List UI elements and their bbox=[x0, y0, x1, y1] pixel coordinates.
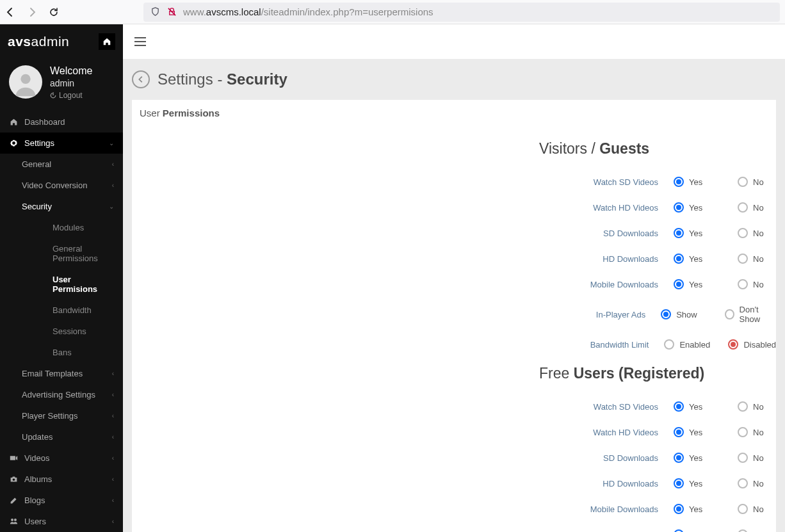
chevron-left-icon: ‹ bbox=[112, 455, 114, 462]
shield-icon bbox=[150, 7, 160, 17]
label-hd-dl: HD Downloads bbox=[132, 254, 674, 264]
sidebar-item-advertising-settings[interactable]: Advertising Settings‹ bbox=[22, 384, 123, 405]
browser-toolbar: www.avscms.local/siteadmin/index.php?m=u… bbox=[0, 0, 785, 24]
radio-guests-sd-dl-yes[interactable] bbox=[674, 228, 684, 238]
sidebar-item-sessions[interactable]: Sessions bbox=[22, 321, 123, 342]
home-button[interactable] bbox=[99, 33, 115, 50]
radio-free-sd-dl-yes[interactable] bbox=[674, 453, 684, 463]
gear-icon bbox=[9, 139, 18, 147]
chevron-left-icon: ‹ bbox=[112, 433, 114, 440]
radio-free-upload-no[interactable] bbox=[738, 529, 748, 532]
sidebar-item-video-conversion[interactable]: Video Conversion‹ bbox=[22, 175, 123, 196]
url-bar[interactable]: www.avscms.local/siteadmin/index.php?m=u… bbox=[143, 3, 780, 22]
sidebar-item-general[interactable]: General‹ bbox=[22, 154, 123, 175]
browser-reload-button[interactable] bbox=[49, 7, 59, 17]
sidebar-item-settings[interactable]: Settings ⌄ bbox=[0, 133, 123, 154]
radio-free-watch-sd-no[interactable] bbox=[738, 401, 748, 412]
browser-forward-button[interactable] bbox=[27, 7, 37, 17]
radio-guests-watch-sd-yes[interactable] bbox=[674, 177, 684, 187]
sidebar-item-users[interactable]: Users‹ bbox=[0, 511, 123, 532]
sidebar-item-dashboard[interactable]: Dashboard bbox=[0, 111, 123, 133]
radio-guests-watch-sd-no[interactable] bbox=[738, 177, 748, 187]
radio-guests-hd-dl-no[interactable] bbox=[738, 254, 748, 264]
label-watch-sd: Watch SD Videos bbox=[132, 177, 674, 187]
label-watch-sd: Watch SD Videos bbox=[132, 402, 674, 412]
radio-free-upload-yes[interactable] bbox=[674, 529, 684, 532]
home-icon bbox=[9, 118, 18, 126]
sidebar-item-updates[interactable]: Updates‹ bbox=[22, 426, 123, 447]
sidebar-item-player-settings[interactable]: Player Settings‹ bbox=[22, 405, 123, 426]
chevron-left-icon: ‹ bbox=[112, 497, 114, 504]
row-guests-ads: In-Player Ads Show Don't Show bbox=[132, 297, 776, 332]
sidebar: avsadmin Welcome admin Logout Dashboard bbox=[0, 24, 123, 532]
label-watch-hd: Watch HD Videos bbox=[132, 428, 674, 437]
radio-free-mobile-dl-yes[interactable] bbox=[674, 504, 684, 514]
sidebar-item-general-permissions[interactable]: General Permissions bbox=[22, 238, 123, 269]
row-guests-watch-hd: Watch HD Videos Yes No bbox=[132, 195, 776, 220]
sidebar-item-albums[interactable]: Albums‹ bbox=[0, 469, 123, 490]
radio-guests-ads-show[interactable] bbox=[661, 309, 671, 319]
main-area: Settings - Security User Permissions Vis… bbox=[123, 24, 785, 532]
video-icon bbox=[9, 454, 18, 462]
chevron-down-icon: ⌄ bbox=[109, 140, 114, 147]
row-free-upload: Upload Videos / Photos Yes No bbox=[132, 522, 776, 532]
sidebar-item-email-templates[interactable]: Email Templates‹ bbox=[22, 363, 123, 384]
label-mobile-dl: Mobile Downloads bbox=[132, 280, 674, 289]
label-hd-dl: HD Downloads bbox=[132, 479, 674, 488]
user-block: Welcome admin Logout bbox=[0, 59, 123, 111]
sidebar-item-modules[interactable]: Modules bbox=[22, 217, 123, 238]
sidebar-item-user-permisions[interactable]: User Permisions bbox=[22, 269, 123, 300]
label-sd-dl: SD Downloads bbox=[132, 453, 674, 463]
row-free-watch-hd: Watch HD Videos Yes No bbox=[132, 419, 776, 445]
chevron-left-icon: ‹ bbox=[112, 518, 114, 525]
chevron-left-icon: ‹ bbox=[112, 412, 114, 419]
radio-free-watch-sd-yes[interactable] bbox=[674, 401, 684, 412]
radio-guests-watch-hd-yes[interactable] bbox=[674, 202, 684, 213]
radio-free-sd-dl-no[interactable] bbox=[738, 453, 748, 463]
panel-heading: User Permissions bbox=[132, 100, 776, 126]
sidebar-item-videos[interactable]: Videos‹ bbox=[0, 447, 123, 469]
chevron-left-icon: ‹ bbox=[112, 370, 114, 377]
url-text: www.avscms.local/siteadmin/index.php?m=u… bbox=[183, 6, 433, 17]
row-free-mobile-dl: Mobile Downloads Yes No bbox=[132, 496, 776, 522]
browser-back-button[interactable] bbox=[5, 7, 15, 17]
welcome-text: Welcome bbox=[50, 65, 92, 77]
pencil-icon bbox=[9, 496, 18, 504]
radio-guests-ads-dont-show[interactable] bbox=[725, 309, 734, 319]
svg-point-1 bbox=[12, 479, 15, 481]
radio-free-watch-hd-yes[interactable] bbox=[674, 427, 684, 437]
back-button[interactable] bbox=[132, 70, 150, 88]
sidebar-item-bans[interactable]: Bans bbox=[22, 342, 123, 363]
svg-point-3 bbox=[13, 519, 16, 521]
label-sd-dl: SD Downloads bbox=[132, 229, 674, 238]
username: admin bbox=[50, 78, 92, 88]
radio-guests-bandwidth-enabled[interactable] bbox=[664, 339, 674, 350]
menu-toggle-button[interactable] bbox=[134, 37, 146, 46]
label-watch-hd: Watch HD Videos bbox=[132, 203, 674, 213]
row-guests-mobile-dl: Mobile Downloads Yes No bbox=[132, 271, 776, 297]
radio-guests-mobile-dl-yes[interactable] bbox=[674, 279, 684, 289]
content-panel: User Permissions Visitors / Guests Watch… bbox=[132, 100, 776, 532]
row-free-hd-dl: HD Downloads Yes No bbox=[132, 471, 776, 496]
radio-free-mobile-dl-no[interactable] bbox=[738, 504, 748, 514]
label-mobile-dl: Mobile Downloads bbox=[132, 504, 674, 514]
row-free-sd-dl: SD Downloads Yes No bbox=[132, 445, 776, 471]
chevron-down-icon: ⌄ bbox=[109, 203, 114, 210]
radio-guests-watch-hd-no[interactable] bbox=[738, 202, 748, 213]
svg-point-2 bbox=[11, 519, 13, 521]
radio-free-hd-dl-yes[interactable] bbox=[674, 478, 684, 488]
sidebar-item-blogs[interactable]: Blogs‹ bbox=[0, 490, 123, 511]
insecure-lock-icon bbox=[166, 7, 177, 17]
logout-link[interactable]: Logout bbox=[50, 91, 92, 100]
radio-guests-mobile-dl-no[interactable] bbox=[738, 279, 748, 289]
radio-free-hd-dl-no[interactable] bbox=[738, 478, 748, 488]
radio-guests-hd-dl-yes[interactable] bbox=[674, 254, 684, 264]
radio-free-watch-hd-no[interactable] bbox=[738, 427, 748, 437]
page-title: Settings - Security bbox=[158, 70, 287, 88]
sidebar-item-security[interactable]: Security⌄ bbox=[22, 196, 123, 217]
avatar bbox=[9, 65, 42, 99]
radio-guests-sd-dl-no[interactable] bbox=[738, 228, 748, 238]
radio-guests-bandwidth-disabled[interactable] bbox=[728, 339, 738, 350]
brand-logo: avsadmin bbox=[8, 34, 69, 49]
sidebar-item-bandwidth[interactable]: Bandwidth bbox=[22, 300, 123, 321]
